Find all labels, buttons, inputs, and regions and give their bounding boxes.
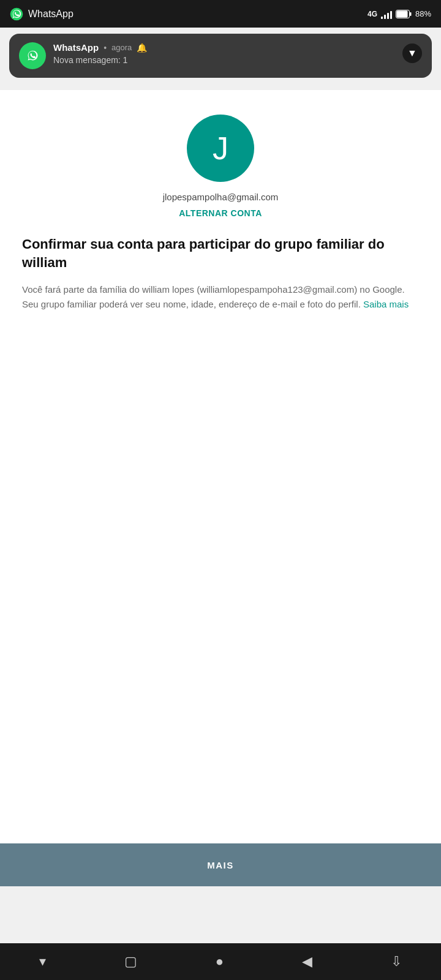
signal-bar-1 (381, 17, 383, 19)
user-avatar: J (187, 115, 254, 182)
nav-dropdown-icon[interactable]: ▾ (39, 954, 46, 970)
network-indicator: 4G (368, 10, 377, 18)
confirmation-description-text: Você fará parte da família do william lo… (22, 284, 405, 309)
battery-percentage: 88% (415, 9, 431, 18)
nav-menu-icon[interactable]: ⇩ (391, 954, 402, 970)
signal-bar-2 (384, 15, 386, 19)
signal-bar-4 (390, 11, 392, 19)
whatsapp-status-icon (10, 7, 23, 21)
nav-square-icon[interactable]: ▢ (124, 954, 137, 970)
confirmation-section: Confirmar sua conta para participar do g… (22, 235, 419, 312)
confirmation-title: Confirmar sua conta para participar do g… (22, 235, 419, 271)
learn-more-link[interactable]: Saiba mais (363, 299, 409, 309)
battery-icon (396, 10, 412, 18)
notification-left: WhatsApp • agora 🔔 Nova mensagem: 1 (19, 42, 147, 69)
notification-banner[interactable]: WhatsApp • agora 🔔 Nova mensagem: 1 ▼ (9, 34, 432, 78)
status-bar: WhatsApp 4G 88% (0, 0, 441, 28)
mais-button[interactable]: MAIS (207, 860, 234, 870)
status-bar-right: 4G 88% (368, 9, 431, 19)
android-nav-bar: ▾ ▢ ● ◀ ⇩ (0, 943, 441, 980)
svg-point-0 (10, 7, 23, 20)
notification-bell-icon: 🔔 (137, 43, 147, 53)
svg-rect-3 (396, 10, 407, 17)
nav-home-icon[interactable]: ● (216, 954, 224, 970)
signal-bars (381, 9, 392, 19)
status-bar-left: WhatsApp (10, 7, 74, 21)
notification-header: WhatsApp • agora 🔔 (53, 42, 147, 53)
user-email: jlopespampolha@gmail.com (163, 192, 279, 202)
chevron-down-icon: ▼ (407, 48, 417, 59)
notification-separator: • (104, 43, 107, 53)
main-content: J jlopespampolha@gmail.com ALTERNAR CONT… (0, 90, 441, 886)
nav-back-icon[interactable]: ◀ (302, 954, 312, 970)
signal-bar-3 (387, 13, 389, 19)
svg-rect-2 (410, 12, 412, 16)
status-bar-app-name: WhatsApp (28, 9, 74, 20)
notification-chevron-button[interactable]: ▼ (402, 43, 422, 63)
switch-account-button[interactable]: ALTERNAR CONTA (179, 208, 262, 218)
notification-time: agora (111, 43, 132, 52)
notification-app-name: WhatsApp (53, 42, 99, 53)
notification-app-icon (19, 42, 46, 69)
bottom-action-bar[interactable]: MAIS (0, 843, 441, 886)
user-avatar-section: J jlopespampolha@gmail.com ALTERNAR CONT… (22, 115, 419, 218)
notification-content: WhatsApp • agora 🔔 Nova mensagem: 1 (53, 42, 147, 65)
notification-message: Nova mensagem: 1 (53, 55, 147, 65)
avatar-letter: J (213, 130, 228, 167)
confirmation-description: Você fará parte da família do william lo… (22, 282, 419, 312)
